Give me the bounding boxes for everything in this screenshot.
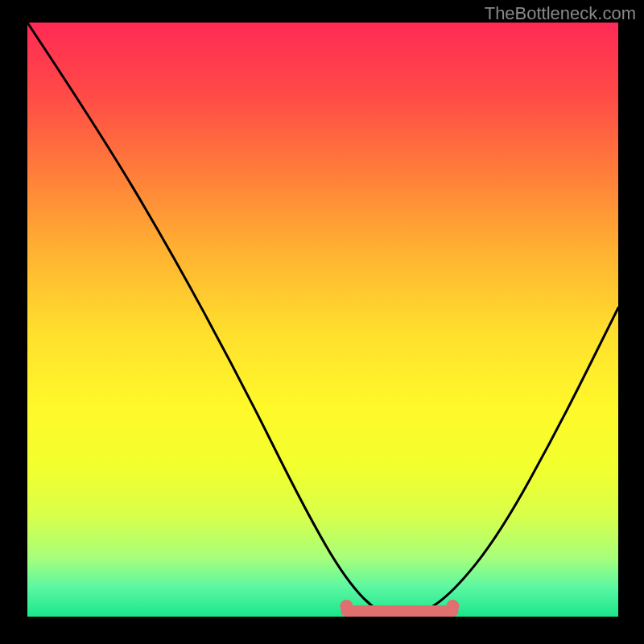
watermark-label: TheBottleneck.com bbox=[485, 3, 636, 24]
optimal-range-cap-left bbox=[340, 600, 353, 613]
bottleneck-curve bbox=[27, 23, 618, 617]
chart-svg bbox=[27, 23, 618, 617]
optimal-range-cap-right bbox=[446, 600, 459, 613]
chart-frame bbox=[27, 23, 618, 617]
